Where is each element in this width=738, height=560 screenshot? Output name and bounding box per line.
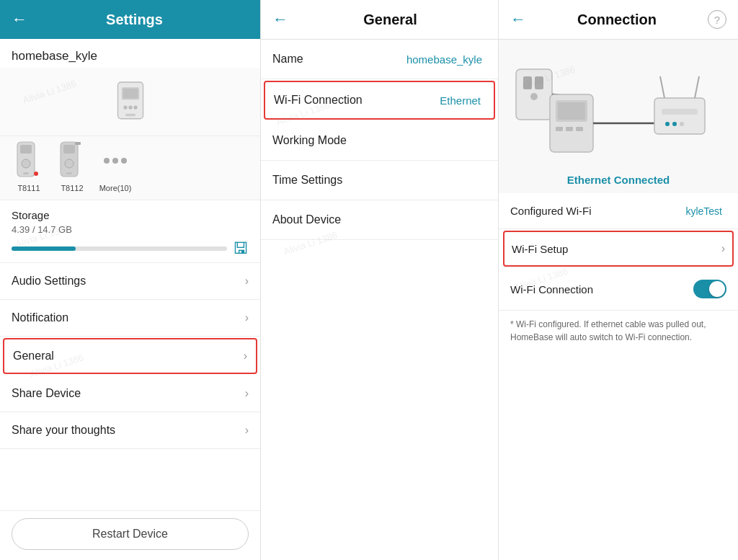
general-item-label-about-device: About Device xyxy=(272,213,486,226)
svg-line-32 xyxy=(695,76,699,98)
connection-back-button[interactable]: ← xyxy=(510,10,526,29)
chevron-right-icon: › xyxy=(244,350,247,363)
svg-point-14 xyxy=(65,159,74,168)
general-list: Name homebase_kyle Wi-Fi Connection Ethe… xyxy=(261,40,498,560)
svg-point-11 xyxy=(34,172,38,176)
settings-item-label-share-device: Share Device xyxy=(12,387,245,400)
connection-note: * Wi-Fi configured. If ethernet cable wa… xyxy=(499,311,738,354)
chevron-right-icon: › xyxy=(245,275,249,288)
device-thumb-label-t8111: T8111 xyxy=(17,184,40,192)
svg-point-5 xyxy=(133,105,137,109)
general-back-button[interactable]: ← xyxy=(272,10,288,29)
device-thumb-icon-t8112 xyxy=(55,141,89,181)
settings-list: Audio Settings › Notification › General … xyxy=(0,263,260,510)
general-item-value-wifi: Ethernet xyxy=(440,94,481,107)
general-item-wifi[interactable]: Wi-Fi Connection Ethernet xyxy=(264,81,495,120)
conn-item-label-wifi-connection: Wi-Fi Connection xyxy=(510,283,693,295)
settings-item-general[interactable]: General › xyxy=(3,338,257,374)
device-thumb-more[interactable]: More(10) xyxy=(98,141,133,192)
svg-rect-28 xyxy=(566,127,573,131)
general-item-label-name: Name xyxy=(272,53,406,66)
storage-bar-row: 🖫 xyxy=(12,239,249,258)
conn-item-label-wifi-setup: Wi-Fi Setup xyxy=(512,243,721,255)
general-item-label-time-settings: Time Settings xyxy=(272,174,486,187)
general-title: General xyxy=(294,12,486,28)
svg-point-34 xyxy=(665,122,670,126)
connection-diagram-svg xyxy=(510,55,726,166)
device-thumb-icon-t8111 xyxy=(12,141,46,181)
conn-item-wifi-connection[interactable]: Wi-Fi Connection xyxy=(499,268,738,311)
chevron-right-icon: › xyxy=(245,387,249,400)
svg-rect-2 xyxy=(123,89,138,99)
chevron-right-icon: › xyxy=(245,311,249,324)
svg-rect-13 xyxy=(63,145,75,154)
storage-sub: 4.39 / 14.7 GB xyxy=(12,224,249,235)
device-thumbs-row: T8111 T8112 More xyxy=(0,136,260,200)
device-thumb-t8111[interactable]: T8111 xyxy=(12,141,46,192)
svg-rect-22 xyxy=(535,76,543,89)
svg-point-18 xyxy=(112,158,118,164)
connection-list: Configured Wi-Fi kyleTest Wi-Fi Setup › … xyxy=(499,193,738,560)
general-item-time-settings[interactable]: Time Settings xyxy=(261,161,498,200)
svg-point-3 xyxy=(123,105,127,109)
conn-item-label-configured-wifi: Configured Wi-Fi xyxy=(510,205,685,217)
svg-point-36 xyxy=(680,122,684,126)
svg-rect-8 xyxy=(20,145,32,154)
storage-bar-track xyxy=(12,246,227,251)
svg-line-31 xyxy=(660,76,664,98)
help-icon[interactable]: ? xyxy=(708,10,726,29)
settings-item-share-device[interactable]: Share Device › xyxy=(0,375,260,412)
settings-item-share-thoughts[interactable]: Share your thoughts › xyxy=(0,412,260,449)
chevron-right-icon: › xyxy=(245,424,249,437)
svg-rect-30 xyxy=(654,98,705,134)
svg-rect-15 xyxy=(66,172,72,174)
general-item-value-name: homebase_kyle xyxy=(406,53,482,66)
svg-rect-10 xyxy=(23,172,29,174)
settings-item-audio[interactable]: Audio Settings › xyxy=(0,263,260,300)
connection-panel: ← Connection ? xyxy=(499,0,738,560)
chevron-right-icon: › xyxy=(721,242,725,255)
svg-rect-27 xyxy=(556,127,563,131)
storage-icon: 🖫 xyxy=(233,239,249,258)
settings-header: ← Settings xyxy=(0,0,260,39)
wifi-connection-toggle[interactable] xyxy=(693,280,726,298)
connection-status-label: Ethernet Connected xyxy=(499,169,738,193)
device-thumb-icon-more xyxy=(98,141,133,181)
connection-title: Connection xyxy=(526,12,708,28)
settings-back-button[interactable]: ← xyxy=(12,10,27,29)
general-item-label-wifi: Wi-Fi Connection xyxy=(274,94,440,107)
settings-item-notification[interactable]: Notification › xyxy=(0,300,260,337)
storage-section: Storage 4.39 / 14.7 GB 🖫 xyxy=(0,200,260,263)
general-item-working-mode[interactable]: Working Mode xyxy=(261,121,498,161)
storage-bar-fill xyxy=(12,246,76,251)
homebase-image xyxy=(105,74,156,131)
svg-point-17 xyxy=(104,158,110,164)
svg-point-19 xyxy=(121,158,127,164)
general-item-about-device[interactable]: About Device xyxy=(261,200,498,240)
conn-item-configured-wifi[interactable]: Configured Wi-Fi kyleTest xyxy=(499,193,738,229)
general-item-label-working-mode: Working Mode xyxy=(272,134,486,147)
settings-item-label-general: General xyxy=(13,350,244,363)
device-thumb-label-t8112: T8112 xyxy=(61,184,83,192)
device-name-label: homebase_kyle xyxy=(0,39,260,68)
restart-button-row: Restart Device xyxy=(0,510,260,560)
connection-diagram xyxy=(499,40,738,169)
restart-device-button[interactable]: Restart Device xyxy=(12,518,249,550)
settings-item-label-notification: Notification xyxy=(12,311,245,324)
settings-panel: ← Settings homebase_kyle xyxy=(0,0,261,560)
svg-rect-6 xyxy=(125,114,135,117)
general-item-name[interactable]: Name homebase_kyle xyxy=(261,40,498,79)
svg-rect-29 xyxy=(576,127,583,131)
device-thumb-label-more: More(10) xyxy=(99,184,132,192)
svg-point-35 xyxy=(672,122,677,126)
svg-rect-16 xyxy=(75,142,81,145)
conn-item-value-configured-wifi: kyleTest xyxy=(685,205,722,217)
conn-item-wifi-setup[interactable]: Wi-Fi Setup › xyxy=(503,231,734,267)
svg-rect-21 xyxy=(523,76,532,89)
device-thumb-t8112[interactable]: T8112 xyxy=(55,141,89,192)
general-header: ← General xyxy=(261,0,498,40)
settings-item-label-share-thoughts: Share your thoughts xyxy=(12,424,245,437)
svg-point-4 xyxy=(128,105,132,109)
svg-rect-26 xyxy=(558,102,585,120)
svg-rect-33 xyxy=(662,109,698,115)
